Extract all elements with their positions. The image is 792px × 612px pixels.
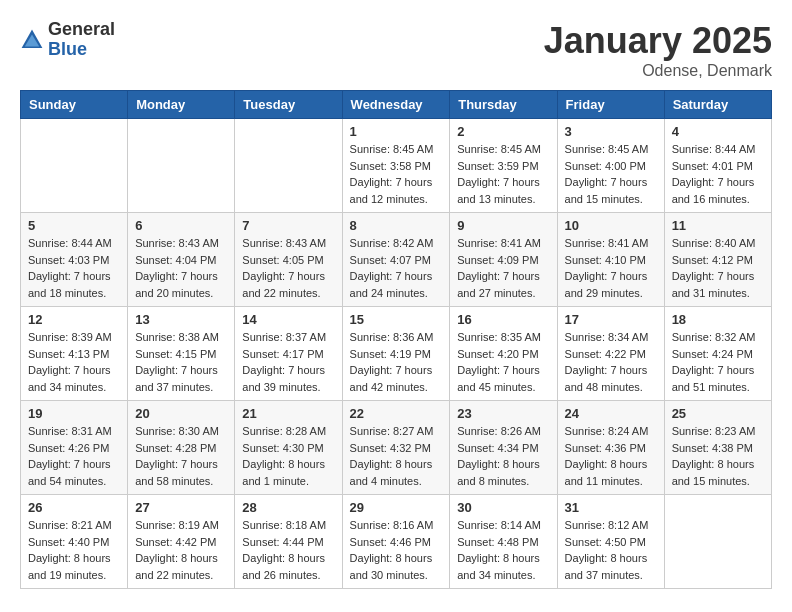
cell-content: Sunrise: 8:16 AM Sunset: 4:46 PM Dayligh… [350,517,443,583]
logo-general: General [48,20,115,40]
day-number: 3 [565,124,657,139]
day-number: 13 [135,312,227,327]
calendar-cell: 23Sunrise: 8:26 AM Sunset: 4:34 PM Dayli… [450,401,557,495]
calendar-cell: 15Sunrise: 8:36 AM Sunset: 4:19 PM Dayli… [342,307,450,401]
calendar-week-row: 19Sunrise: 8:31 AM Sunset: 4:26 PM Dayli… [21,401,772,495]
calendar-cell [664,495,771,589]
cell-content: Sunrise: 8:43 AM Sunset: 4:04 PM Dayligh… [135,235,227,301]
day-number: 16 [457,312,549,327]
calendar-cell: 7Sunrise: 8:43 AM Sunset: 4:05 PM Daylig… [235,213,342,307]
calendar-cell: 24Sunrise: 8:24 AM Sunset: 4:36 PM Dayli… [557,401,664,495]
cell-content: Sunrise: 8:42 AM Sunset: 4:07 PM Dayligh… [350,235,443,301]
calendar-cell: 31Sunrise: 8:12 AM Sunset: 4:50 PM Dayli… [557,495,664,589]
calendar-cell: 8Sunrise: 8:42 AM Sunset: 4:07 PM Daylig… [342,213,450,307]
calendar-cell [235,119,342,213]
day-number: 31 [565,500,657,515]
day-number: 8 [350,218,443,233]
cell-content: Sunrise: 8:37 AM Sunset: 4:17 PM Dayligh… [242,329,334,395]
day-number: 9 [457,218,549,233]
cell-content: Sunrise: 8:21 AM Sunset: 4:40 PM Dayligh… [28,517,120,583]
day-number: 19 [28,406,120,421]
day-number: 27 [135,500,227,515]
column-header-wednesday: Wednesday [342,91,450,119]
logo-text: General Blue [48,20,115,60]
calendar-cell: 17Sunrise: 8:34 AM Sunset: 4:22 PM Dayli… [557,307,664,401]
cell-content: Sunrise: 8:40 AM Sunset: 4:12 PM Dayligh… [672,235,764,301]
calendar-week-row: 1Sunrise: 8:45 AM Sunset: 3:58 PM Daylig… [21,119,772,213]
day-number: 29 [350,500,443,515]
cell-content: Sunrise: 8:27 AM Sunset: 4:32 PM Dayligh… [350,423,443,489]
cell-content: Sunrise: 8:24 AM Sunset: 4:36 PM Dayligh… [565,423,657,489]
calendar-cell: 16Sunrise: 8:35 AM Sunset: 4:20 PM Dayli… [450,307,557,401]
calendar-cell: 29Sunrise: 8:16 AM Sunset: 4:46 PM Dayli… [342,495,450,589]
column-header-monday: Monday [128,91,235,119]
month-title: January 2025 [544,20,772,62]
logo-icon [20,28,44,52]
cell-content: Sunrise: 8:23 AM Sunset: 4:38 PM Dayligh… [672,423,764,489]
calendar-cell: 18Sunrise: 8:32 AM Sunset: 4:24 PM Dayli… [664,307,771,401]
day-number: 12 [28,312,120,327]
day-number: 15 [350,312,443,327]
calendar-week-row: 5Sunrise: 8:44 AM Sunset: 4:03 PM Daylig… [21,213,772,307]
day-number: 10 [565,218,657,233]
logo: General Blue [20,20,115,60]
cell-content: Sunrise: 8:44 AM Sunset: 4:01 PM Dayligh… [672,141,764,207]
day-number: 23 [457,406,549,421]
calendar-cell: 30Sunrise: 8:14 AM Sunset: 4:48 PM Dayli… [450,495,557,589]
calendar-cell: 10Sunrise: 8:41 AM Sunset: 4:10 PM Dayli… [557,213,664,307]
calendar-cell: 20Sunrise: 8:30 AM Sunset: 4:28 PM Dayli… [128,401,235,495]
calendar-cell: 26Sunrise: 8:21 AM Sunset: 4:40 PM Dayli… [21,495,128,589]
column-header-sunday: Sunday [21,91,128,119]
column-header-thursday: Thursday [450,91,557,119]
cell-content: Sunrise: 8:18 AM Sunset: 4:44 PM Dayligh… [242,517,334,583]
cell-content: Sunrise: 8:41 AM Sunset: 4:09 PM Dayligh… [457,235,549,301]
day-number: 30 [457,500,549,515]
cell-content: Sunrise: 8:44 AM Sunset: 4:03 PM Dayligh… [28,235,120,301]
calendar-cell: 3Sunrise: 8:45 AM Sunset: 4:00 PM Daylig… [557,119,664,213]
page-header: General Blue January 2025 Odense, Denmar… [20,20,772,80]
column-header-saturday: Saturday [664,91,771,119]
cell-content: Sunrise: 8:19 AM Sunset: 4:42 PM Dayligh… [135,517,227,583]
cell-content: Sunrise: 8:36 AM Sunset: 4:19 PM Dayligh… [350,329,443,395]
day-number: 6 [135,218,227,233]
cell-content: Sunrise: 8:32 AM Sunset: 4:24 PM Dayligh… [672,329,764,395]
calendar-cell: 9Sunrise: 8:41 AM Sunset: 4:09 PM Daylig… [450,213,557,307]
calendar-cell [21,119,128,213]
cell-content: Sunrise: 8:35 AM Sunset: 4:20 PM Dayligh… [457,329,549,395]
calendar-cell [128,119,235,213]
day-number: 20 [135,406,227,421]
day-number: 21 [242,406,334,421]
day-number: 26 [28,500,120,515]
calendar-week-row: 12Sunrise: 8:39 AM Sunset: 4:13 PM Dayli… [21,307,772,401]
cell-content: Sunrise: 8:45 AM Sunset: 3:58 PM Dayligh… [350,141,443,207]
calendar-cell: 11Sunrise: 8:40 AM Sunset: 4:12 PM Dayli… [664,213,771,307]
calendar-cell: 21Sunrise: 8:28 AM Sunset: 4:30 PM Dayli… [235,401,342,495]
calendar-cell: 6Sunrise: 8:43 AM Sunset: 4:04 PM Daylig… [128,213,235,307]
calendar-cell: 19Sunrise: 8:31 AM Sunset: 4:26 PM Dayli… [21,401,128,495]
day-number: 22 [350,406,443,421]
calendar-header-row: SundayMondayTuesdayWednesdayThursdayFrid… [21,91,772,119]
day-number: 18 [672,312,764,327]
cell-content: Sunrise: 8:43 AM Sunset: 4:05 PM Dayligh… [242,235,334,301]
calendar-cell: 12Sunrise: 8:39 AM Sunset: 4:13 PM Dayli… [21,307,128,401]
calendar-cell: 25Sunrise: 8:23 AM Sunset: 4:38 PM Dayli… [664,401,771,495]
column-header-tuesday: Tuesday [235,91,342,119]
calendar-week-row: 26Sunrise: 8:21 AM Sunset: 4:40 PM Dayli… [21,495,772,589]
cell-content: Sunrise: 8:12 AM Sunset: 4:50 PM Dayligh… [565,517,657,583]
day-number: 11 [672,218,764,233]
day-number: 7 [242,218,334,233]
day-number: 17 [565,312,657,327]
cell-content: Sunrise: 8:41 AM Sunset: 4:10 PM Dayligh… [565,235,657,301]
day-number: 28 [242,500,334,515]
cell-content: Sunrise: 8:31 AM Sunset: 4:26 PM Dayligh… [28,423,120,489]
calendar-table: SundayMondayTuesdayWednesdayThursdayFrid… [20,90,772,589]
day-number: 25 [672,406,764,421]
logo-blue: Blue [48,40,115,60]
calendar-cell: 1Sunrise: 8:45 AM Sunset: 3:58 PM Daylig… [342,119,450,213]
calendar-cell: 22Sunrise: 8:27 AM Sunset: 4:32 PM Dayli… [342,401,450,495]
day-number: 14 [242,312,334,327]
cell-content: Sunrise: 8:34 AM Sunset: 4:22 PM Dayligh… [565,329,657,395]
calendar-cell: 4Sunrise: 8:44 AM Sunset: 4:01 PM Daylig… [664,119,771,213]
calendar-cell: 28Sunrise: 8:18 AM Sunset: 4:44 PM Dayli… [235,495,342,589]
day-number: 4 [672,124,764,139]
